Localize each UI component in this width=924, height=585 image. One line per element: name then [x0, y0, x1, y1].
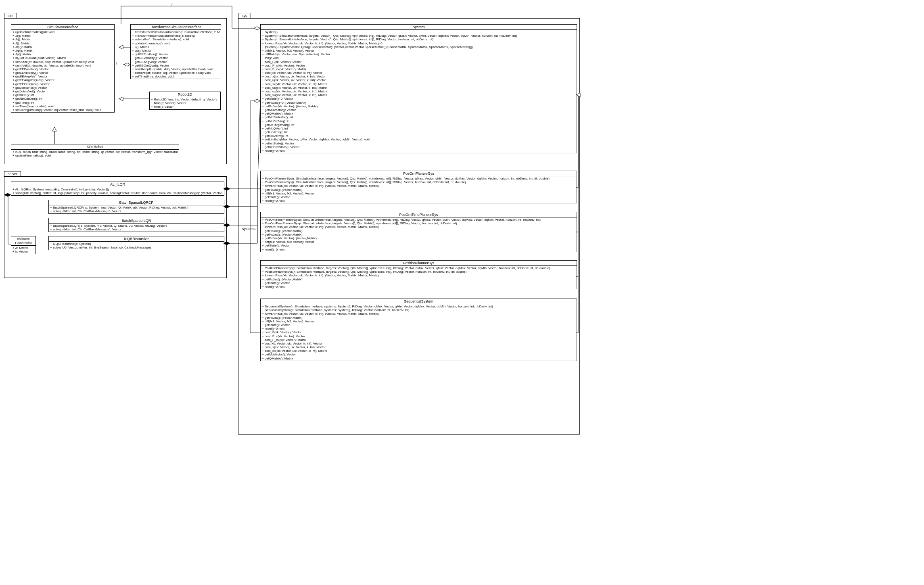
member: + getNbStateVar(): int [262, 115, 575, 119]
member: + diff(fx1: Vector, fx2: Vector): Vector [262, 320, 575, 323]
cls-title: KDLRobot [11, 144, 179, 150]
member: + getEEVelocity(): Vector [132, 56, 220, 60]
cls-title: PositionPlannerSys [261, 261, 577, 266]
member: + getDOF(): int [13, 93, 113, 97]
member: + getNbCtrlVar(): int [262, 119, 575, 123]
member: + diff(fx1: Vector, fx2: Vector): Vector [262, 49, 575, 52]
member: + PosOrnTimePlanenrSys(r: SimulationInte… [262, 218, 575, 221]
member: + subscribe(r: SimulationInterface): voi… [132, 38, 220, 41]
member: + cost_F(xk: Vector): Vector [262, 60, 575, 64]
member: + getInitFoxState(): Vector [262, 145, 575, 149]
cls-body: + AL_ILQR(s: System, inequality: Constra… [11, 187, 224, 195]
member: + System(r: SimulationInterface, targets… [262, 34, 575, 38]
member: + forwardPass(xk: Vector, uk: Vector, k:… [262, 312, 575, 315]
cls-body: + Robot2D( lengths: Vector, default_q: V… [150, 97, 220, 109]
member: + cost_F_xx(xk: Vector): Matrix [262, 338, 575, 342]
member: + getEEPosition(): Vector [13, 67, 113, 71]
member: + sendVel(dt: double, dq: Vector, update… [13, 64, 113, 67]
member: + PosOrnTimePlanenrSys(r: SimulationInte… [262, 221, 575, 225]
member: + getEEPosition(): Vector [132, 52, 220, 56]
member: + getFxJac(): (Vector,Matrix) [262, 188, 575, 192]
member: + AL_ILQR(s: System, inequality: Constra… [13, 188, 223, 191]
member: + Jp(): Matrix [132, 49, 220, 52]
member: + getFxJac(xk: Vector): (Vector,Matrix) [262, 236, 575, 240]
cls-robot2d: Robot2D + Robot2D( lengths: Vector, defa… [149, 92, 221, 110]
member: + setTime(time: double): void [132, 75, 220, 78]
member: + getNbQVar(): int [262, 127, 575, 130]
cls-body: + BatchSparseILQR( s: System, mu: Vector… [49, 224, 224, 232]
member: + getState(): Vector [262, 195, 575, 199]
cls-al-ilqr: AL_ILQR + AL_ILQR(s: System, inequality:… [11, 182, 224, 196]
member: + updateKinematics(): void [132, 42, 220, 45]
member: + diffBatch(x: Vector, mu: SparseVector)… [262, 52, 575, 56]
cls-batchsparseilqrcp: BatchSparseILQRCP + BatchSparseILQRCP( s… [48, 200, 224, 214]
member: + cost_ux(xk: Vector, uk: Vector, k: int… [262, 90, 575, 93]
pkg-solver-label: solver [4, 171, 21, 176]
member: + sendVel(dt: double, dq: Vector, update… [132, 71, 220, 75]
member: + getEEOrnQuat(): Vector [132, 64, 220, 67]
member: + BatchSparseILQR( s: System, mu: Vector… [50, 224, 223, 228]
cls-positionplannersys: PositionPlannerSys + PositionPlannerSys(… [260, 260, 577, 289]
member: + solve( U0: Vector, nbIter: int, lineSe… [50, 246, 223, 249]
member: + solve( nbIter: int, Cb: CallBackMessag… [50, 209, 223, 213]
cls-title: TransformedSimulationInterface [131, 25, 221, 30]
cls-body: + System()+ System(r: SimulationInterfac… [261, 30, 577, 153]
cls-transformedsimulationinterface: TransformedSimulationInterface + Transfo… [130, 24, 221, 79]
member: + getNbCarDim(): int [13, 97, 113, 100]
member: + getEEAngVelQuat(): Vector [13, 78, 113, 82]
member: + ILQRRecursive(s: System) [50, 242, 223, 246]
member: + J(): Matrix [132, 45, 220, 49]
member: + getJointsVel(): Vector [13, 90, 113, 93]
member: + KDLRobot( urdf: string, baseFrame: str… [13, 150, 178, 154]
member: + cost_F(xk: Vector): Vector [262, 330, 575, 334]
member: + Jrp(): Matrix [13, 49, 113, 52]
member: + getMuVector(): Vector [262, 108, 575, 112]
cls-title: ILQRRecursive [49, 236, 224, 242]
member: + forwardPass(xk: Vector, uk: Vector, k:… [262, 225, 575, 229]
member: + getMuVector(): Vector [262, 353, 575, 356]
member: + TransformedSimulationInterface(T: Matr… [132, 34, 220, 38]
member: + cost_x(xk: Vector, uk: Vector, k: int)… [262, 75, 575, 78]
cls-posorntimeplanenrsys: PosOrnTimePlanenrSys + PosOrnTimePlanenr… [260, 212, 577, 252]
member: + TransformedSimulationInterface(r: Simu… [132, 30, 220, 34]
member: + System() [262, 30, 575, 34]
cls-batchsparseilqr: BatchSparseILQR + BatchSparseILQR( s: Sy… [48, 218, 224, 232]
member: + getFxJac(xk: Vector): (Vector, Matrix) [262, 104, 575, 108]
cls-system: System + System()+ System(r: SimulationI… [260, 24, 577, 153]
member: + updateKinematics()=0: void [13, 30, 113, 34]
member: + PosOrnPlanenrSys(r: SimulationInterfac… [262, 177, 575, 180]
member: + forwardPass(xk: Vector, uk: Vector, k:… [262, 274, 575, 277]
member: + PositionPlannerSys(r: SimulationInterf… [262, 270, 575, 274]
member: + getState()=0: Vector [262, 97, 575, 100]
pkg-sim-label: sim [4, 13, 17, 18]
lbl-r2: r [116, 61, 117, 65]
member: + cost_F_xx(xk: Vector): Matrix [262, 67, 575, 71]
member: + reset()=0: void [262, 327, 575, 330]
member: + cost(xk: Vector, uk: Vector, k: int): … [262, 71, 575, 75]
member: + solve(U0: Vector[], nbIter: int, lagUp… [13, 191, 223, 195]
member: + getFxJac(): (Vector,Matrix) [262, 229, 575, 233]
member: + SequentialSystem(r: SimulationInterfac… [262, 308, 575, 312]
member: + getFxJac()=0: (Vector,Matrix) [262, 101, 575, 104]
member: + getNbDeriv(): int [262, 134, 575, 138]
cls-body: + updateKinematics()=0: void+ Jt(): Matr… [11, 30, 114, 112]
cls-body: + A: Matrix+ b: Vector [11, 245, 36, 254]
cls-body: + ILQRRecursive(s: System)+ solve( U0: V… [49, 242, 224, 250]
member: + cost_F_x(xk: Vector): Vector [262, 334, 575, 338]
cls-posornplanenrsys: PosOrnPlanenrSys + PosOrnPlanenrSys(r: S… [260, 171, 577, 203]
member: + cost_uu(xk: Vector, uk: Vector, k: int… [262, 86, 575, 90]
member: + getState(): Vector [262, 244, 575, 247]
cls-body: + PosOrnTimePlanenrSys(r: SimulationInte… [261, 217, 577, 252]
member: + reset()=0: void [262, 248, 575, 251]
member: + getState(): Vector [262, 281, 575, 285]
member: + updateKinematics(): void [13, 154, 178, 157]
member: + getEEOrnQuat(): Vector [13, 82, 113, 86]
member: + Jr(): Matrix [13, 38, 113, 41]
member: + getJointsPos(): Vector [13, 86, 113, 90]
member: + setConfiguration(q: Vector, dq:Vector,… [13, 108, 113, 112]
member: + getQMatrix(): Matrix [262, 112, 575, 115]
member: + getHorizon(): int [262, 130, 575, 134]
cls-title: Robot2D [150, 92, 220, 97]
member: + reset()=0: void [262, 149, 575, 153]
member: + cost_xu(xk: Vector, uk: Vector, k: int… [262, 93, 575, 97]
